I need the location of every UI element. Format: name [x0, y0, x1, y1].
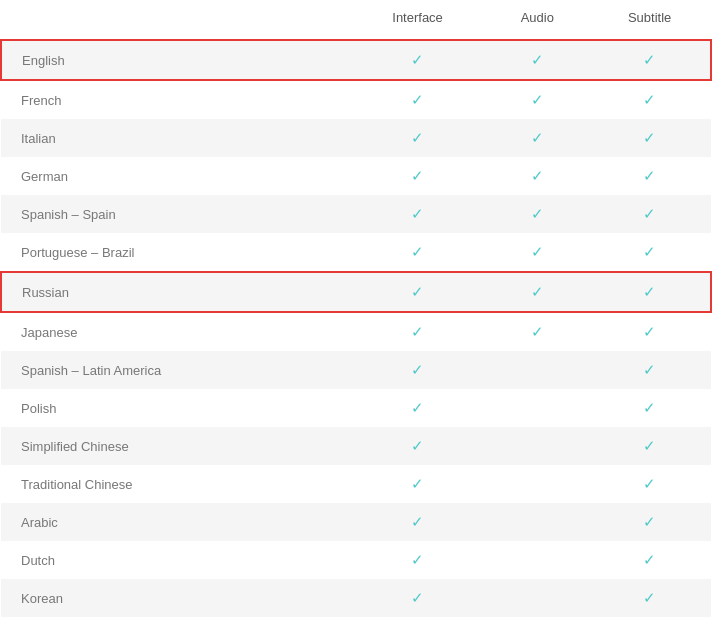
cell-interface: ✓ [349, 195, 487, 233]
check-icon: ✓ [531, 243, 544, 260]
check-icon: ✓ [411, 589, 424, 606]
cell-language: Korean [1, 579, 349, 617]
check-icon: ✓ [411, 399, 424, 416]
language-support-table: Interface Audio Subtitle English✓✓✓Frenc… [0, 0, 712, 617]
check-icon: ✓ [531, 205, 544, 222]
cell-audio [486, 503, 588, 541]
table-row: English✓✓✓ [1, 40, 711, 80]
table-row: Spanish – Latin America✓✓ [1, 351, 711, 389]
check-icon: ✓ [643, 551, 656, 568]
table-row: Spanish – Spain✓✓✓ [1, 195, 711, 233]
cell-interface: ✓ [349, 80, 487, 119]
cell-interface: ✓ [349, 541, 487, 579]
cell-subtitle: ✓ [588, 119, 711, 157]
check-icon: ✓ [643, 243, 656, 260]
cell-interface: ✓ [349, 312, 487, 351]
cell-subtitle: ✓ [588, 427, 711, 465]
cell-interface: ✓ [349, 427, 487, 465]
cell-subtitle: ✓ [588, 503, 711, 541]
cell-subtitle: ✓ [588, 80, 711, 119]
cell-subtitle: ✓ [588, 157, 711, 195]
cell-language: Spanish – Spain [1, 195, 349, 233]
cell-interface: ✓ [349, 351, 487, 389]
table-header-row: Interface Audio Subtitle [1, 0, 711, 40]
cell-language: Italian [1, 119, 349, 157]
cell-interface: ✓ [349, 465, 487, 503]
check-icon: ✓ [411, 205, 424, 222]
header-interface: Interface [349, 0, 487, 40]
cell-audio [486, 541, 588, 579]
cell-audio [486, 579, 588, 617]
check-icon: ✓ [643, 91, 656, 108]
check-icon: ✓ [643, 399, 656, 416]
cell-subtitle: ✓ [588, 233, 711, 272]
cell-audio: ✓ [486, 312, 588, 351]
cell-audio: ✓ [486, 272, 588, 312]
cell-audio: ✓ [486, 157, 588, 195]
cell-interface: ✓ [349, 119, 487, 157]
check-icon: ✓ [411, 51, 424, 68]
check-icon: ✓ [643, 283, 656, 300]
check-icon: ✓ [643, 437, 656, 454]
check-icon: ✓ [531, 51, 544, 68]
cell-language: Spanish – Latin America [1, 351, 349, 389]
cell-audio [486, 351, 588, 389]
check-icon: ✓ [531, 167, 544, 184]
check-icon: ✓ [411, 167, 424, 184]
check-icon: ✓ [411, 243, 424, 260]
table-row: French✓✓✓ [1, 80, 711, 119]
table-row: German✓✓✓ [1, 157, 711, 195]
cell-interface: ✓ [349, 579, 487, 617]
check-icon: ✓ [531, 283, 544, 300]
check-icon: ✓ [411, 437, 424, 454]
cell-subtitle: ✓ [588, 195, 711, 233]
cell-subtitle: ✓ [588, 312, 711, 351]
cell-subtitle: ✓ [588, 40, 711, 80]
cell-language: Traditional Chinese [1, 465, 349, 503]
cell-interface: ✓ [349, 503, 487, 541]
table-row: Portuguese – Brazil✓✓✓ [1, 233, 711, 272]
cell-interface: ✓ [349, 233, 487, 272]
table-row: Polish✓✓ [1, 389, 711, 427]
check-icon: ✓ [411, 91, 424, 108]
table-row: Korean✓✓ [1, 579, 711, 617]
cell-subtitle: ✓ [588, 389, 711, 427]
table-row: Traditional Chinese✓✓ [1, 465, 711, 503]
cell-audio [486, 465, 588, 503]
check-icon: ✓ [411, 129, 424, 146]
cell-interface: ✓ [349, 40, 487, 80]
check-icon: ✓ [411, 361, 424, 378]
cell-audio: ✓ [486, 195, 588, 233]
check-icon: ✓ [643, 51, 656, 68]
table-row: Russian✓✓✓ [1, 272, 711, 312]
table-row: Japanese✓✓✓ [1, 312, 711, 351]
check-icon: ✓ [643, 475, 656, 492]
check-icon: ✓ [643, 513, 656, 530]
cell-subtitle: ✓ [588, 272, 711, 312]
check-icon: ✓ [643, 167, 656, 184]
check-icon: ✓ [643, 589, 656, 606]
check-icon: ✓ [643, 323, 656, 340]
check-icon: ✓ [531, 91, 544, 108]
cell-language: Polish [1, 389, 349, 427]
cell-language: Dutch [1, 541, 349, 579]
cell-interface: ✓ [349, 272, 487, 312]
table-row: Dutch✓✓ [1, 541, 711, 579]
check-icon: ✓ [411, 283, 424, 300]
cell-subtitle: ✓ [588, 351, 711, 389]
check-icon: ✓ [643, 129, 656, 146]
cell-subtitle: ✓ [588, 465, 711, 503]
cell-language: Portuguese – Brazil [1, 233, 349, 272]
cell-subtitle: ✓ [588, 541, 711, 579]
cell-language: English [1, 40, 349, 80]
table-row: Italian✓✓✓ [1, 119, 711, 157]
check-icon: ✓ [531, 323, 544, 340]
cell-audio [486, 389, 588, 427]
cell-interface: ✓ [349, 389, 487, 427]
cell-subtitle: ✓ [588, 579, 711, 617]
check-icon: ✓ [411, 551, 424, 568]
cell-audio: ✓ [486, 233, 588, 272]
header-subtitle: Subtitle [588, 0, 711, 40]
table-row: Arabic✓✓ [1, 503, 711, 541]
check-icon: ✓ [411, 513, 424, 530]
